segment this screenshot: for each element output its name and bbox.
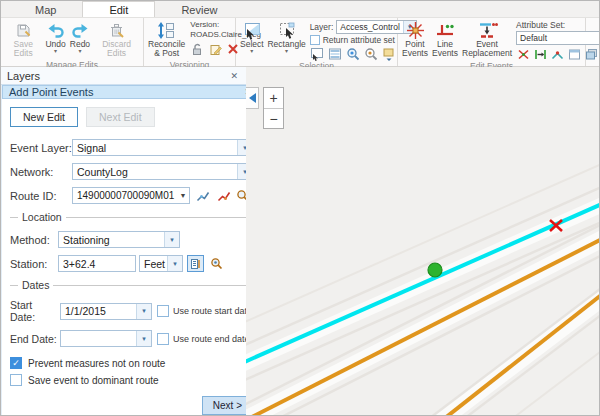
event-layer-label: Event Layer: (10, 142, 72, 154)
redo-dropdown-arrow[interactable]: ▾ (78, 49, 81, 53)
point-events-button[interactable]: Point Events (400, 20, 430, 60)
method-dropdown-arrow (164, 232, 179, 247)
add-point-events-header[interactable]: Add Point Events ✕ (2, 85, 261, 99)
method-label: Method: (10, 234, 58, 246)
left-panel: Layers ✕ Add Point Events ✕ New Edit Nex… (1, 67, 246, 415)
panel-collapse-tab[interactable] (246, 87, 259, 109)
selection-options-icon[interactable] (382, 47, 396, 61)
events-window-icon[interactable] (567, 47, 581, 61)
trash-icon (108, 21, 125, 39)
station-label: Station: (10, 258, 58, 270)
merge-events-icon[interactable] (533, 47, 547, 61)
collapse-left-icon (249, 93, 256, 103)
map-view[interactable]: + − (246, 67, 599, 415)
version-edit-icon[interactable] (208, 42, 222, 56)
line-events-button[interactable]: Line Events (430, 20, 460, 60)
application-window: Map Edit Review Save Edits (0, 0, 600, 416)
pick-route-icon[interactable] (215, 187, 232, 204)
save-icon (15, 21, 32, 39)
group-versioning: Reconcile & Post Version: ROADS.Claire_R… (144, 18, 236, 66)
use-route-end-date-label: Use route end date (173, 334, 250, 344)
event-replacement-icon (476, 21, 498, 39)
event-point-marker[interactable] (428, 263, 442, 277)
dominant-route-checkbox[interactable] (10, 374, 22, 386)
line-events-icon (435, 21, 455, 39)
reconcile-icon (157, 21, 176, 39)
undo-icon (47, 21, 65, 39)
zoom-out-button[interactable]: − (264, 108, 283, 128)
group-edit-events: Point Events Line Events E (398, 18, 586, 66)
start-date-label: Start Date: (10, 299, 60, 323)
select-button[interactable]: Select ▾ (238, 20, 266, 54)
select-tool-icon (242, 21, 262, 39)
ribbon: Map Edit Review Save Edits (1, 1, 599, 67)
dominant-route-label: Save event to dominant route (28, 375, 159, 386)
method-dropdown[interactable]: Stationing (58, 231, 180, 248)
use-route-start-date-label: Use route start date (173, 306, 252, 316)
use-route-start-date-checkbox[interactable] (157, 305, 169, 317)
zoom-to-station-icon[interactable] (208, 255, 225, 272)
layers-close-icon[interactable]: ✕ (228, 71, 240, 81)
map-zoom-control: + − (263, 87, 284, 129)
event-layer-dropdown[interactable]: Signal (72, 139, 253, 156)
station-unit-dropdown-arrow (167, 256, 182, 271)
station-input[interactable] (58, 255, 136, 272)
pick-location-on-map-button[interactable] (187, 255, 204, 272)
split-event-icon[interactable] (516, 47, 530, 61)
route-id-dropdown-arrow: ▼ (177, 192, 189, 199)
add-point-events-title: Add Point Events (9, 86, 93, 98)
next-edit-button[interactable]: Next Edit (86, 107, 155, 127)
location-section-header: Location (10, 211, 253, 223)
save-edits-button[interactable]: Save Edits (3, 20, 43, 60)
dates-section-header: Dates (10, 279, 253, 291)
rectangle-tool-icon (277, 21, 297, 39)
prevent-measures-checkbox[interactable] (10, 357, 22, 369)
ribbon-tabbar: Map Edit Review (1, 1, 599, 18)
point-events-icon (406, 21, 425, 39)
ribbon-body: Save Edits Undo ▾ Redo ▾ (1, 18, 599, 66)
route-id-label: Route ID: (10, 190, 72, 202)
pan-to-selection-icon[interactable] (364, 47, 378, 61)
redo-icon (71, 21, 89, 39)
return-attribute-set-checkbox[interactable] (310, 35, 320, 45)
start-date-dropdown-arrow (136, 304, 151, 319)
prevent-measures-label: Prevent measures not on route (28, 358, 165, 369)
event-replacement-button[interactable]: Event Replacement (460, 20, 514, 60)
map-scene (246, 67, 599, 415)
rectangle-dropdown-arrow[interactable]: ▾ (285, 49, 288, 53)
retire-event-icon[interactable] (550, 47, 564, 61)
end-date-label: End Date: (10, 333, 60, 345)
network-label: Network: (10, 166, 72, 178)
layers-panel-title: Layers (7, 70, 40, 82)
attribute-table-icon[interactable] (328, 47, 342, 61)
station-unit-dropdown[interactable]: Feet (139, 255, 183, 272)
group-selection: Select ▾ Rectangle ▾ Layer: (236, 18, 398, 66)
add-point-events-panel: Add Point Events ✕ New Edit Next Edit Ev… (1, 85, 261, 415)
return-attribute-set-label: Return attribute set (323, 35, 395, 45)
route-id-combo[interactable]: 14900000700090M01 ▼ (72, 187, 190, 204)
discard-edits-button[interactable]: Discard Edits (92, 20, 141, 60)
zoom-to-selection-icon[interactable] (346, 47, 360, 61)
undo-button[interactable]: Undo ▾ (43, 20, 67, 54)
use-route-end-date-checkbox[interactable] (157, 333, 169, 345)
start-date-dropdown[interactable]: 1/1/2015 (60, 303, 152, 320)
select-route-icon[interactable] (194, 187, 211, 204)
select-dropdown-arrow[interactable]: ▾ (250, 49, 253, 53)
group-manage-edits: Save Edits Undo ▾ Redo ▾ (1, 18, 144, 66)
network-dropdown[interactable]: CountyLog (72, 163, 253, 180)
tab-map[interactable]: Map (9, 2, 82, 17)
select-window-icon[interactable] (310, 47, 324, 61)
end-date-dropdown-arrow (136, 331, 151, 346)
end-date-dropdown[interactable] (60, 330, 152, 347)
new-edit-button[interactable]: New Edit (10, 107, 78, 127)
tab-review[interactable]: Review (155, 2, 243, 17)
layer-label: Layer: (310, 22, 334, 32)
rectangle-select-button[interactable]: Rectangle ▾ (266, 20, 308, 54)
version-lock-icon[interactable] (190, 42, 204, 56)
tab-edit[interactable]: Edit (82, 1, 155, 17)
undo-dropdown-arrow[interactable]: ▾ (54, 49, 57, 53)
redo-button[interactable]: Redo ▾ (68, 20, 92, 54)
reconcile-post-button[interactable]: Reconcile & Post (146, 20, 187, 60)
zoom-in-button[interactable]: + (264, 88, 283, 108)
layers-panel-header[interactable]: Layers ✕ (1, 67, 246, 85)
